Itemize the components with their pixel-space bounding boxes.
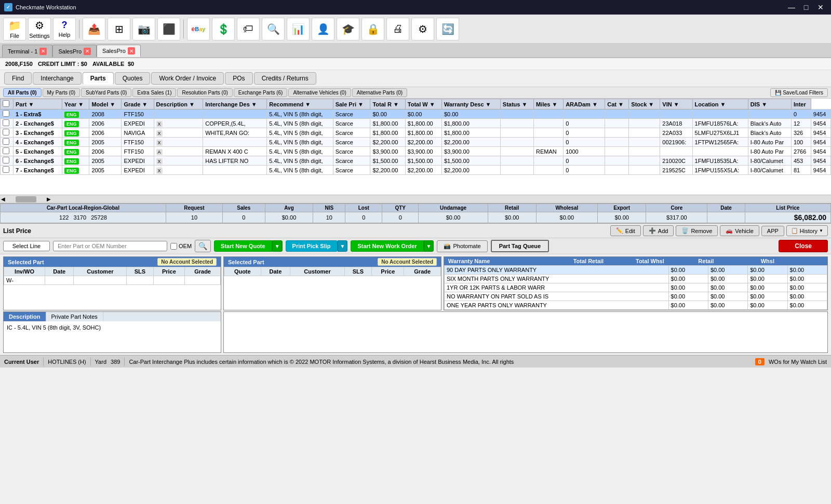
- start-new-quote-dropdown[interactable]: ▼: [272, 240, 283, 252]
- parts-table-container[interactable]: Part ▼ Year ▼ Model ▼ Grade ▼ Descriptio…: [0, 99, 831, 195]
- print-pick-slip-button[interactable]: Print Pick Slip: [286, 240, 338, 252]
- tab-salespro-2[interactable]: SalesPro ✕: [97, 45, 141, 57]
- close-button-main[interactable]: Close: [779, 240, 828, 252]
- terminal-button[interactable]: ⬛: [157, 18, 180, 40]
- maximize-button[interactable]: □: [800, 2, 812, 12]
- col-year[interactable]: Year ▼: [62, 99, 89, 110]
- cell-checkbox[interactable]: [1, 166, 14, 175]
- table-row[interactable]: 1 - Extra$ ENG 2008 FTF150 5.4L, VIN 5 (…: [1, 110, 831, 119]
- tab-terminal-close[interactable]: ✕: [39, 48, 47, 55]
- help-button[interactable]: ? Help: [53, 18, 76, 40]
- col-grade[interactable]: Grade ▼: [122, 99, 154, 110]
- sub-tab-subyard[interactable]: SubYard Parts (0): [81, 88, 131, 97]
- col-stock[interactable]: Stock ▼: [629, 99, 660, 110]
- search-button[interactable]: 🔍: [262, 18, 285, 40]
- table-row[interactable]: 7 - Exchange$ ENG 2005 EXPEDI X 5.4L, VI…: [1, 166, 831, 175]
- remove-button[interactable]: 🗑️ Remove: [676, 225, 718, 236]
- table-row[interactable]: 2 - Exchange$ ENG 2006 EXPEDI X COPPER,(…: [1, 119, 831, 128]
- col-interchange-des[interactable]: Interchange Des ▼: [203, 99, 267, 110]
- edit-button[interactable]: ✏️ Edit: [610, 225, 641, 236]
- cell-checkbox[interactable]: [1, 138, 14, 147]
- print-button[interactable]: 🖨: [386, 18, 409, 40]
- col-aradam[interactable]: ARADam ▼: [564, 99, 605, 110]
- col-model[interactable]: Model ▼: [89, 99, 122, 110]
- person-button[interactable]: 👤: [312, 18, 334, 40]
- add-button[interactable]: ➕ Add: [643, 225, 674, 236]
- nav-workorder[interactable]: Work Order / Invoice: [151, 72, 224, 85]
- nav-interchange[interactable]: Interchange: [33, 72, 81, 85]
- cell-checkbox[interactable]: [1, 110, 14, 119]
- tab-terminal[interactable]: Terminal - 1 ✕: [2, 45, 52, 57]
- col-cat[interactable]: Cat ▼: [605, 99, 629, 110]
- col-inter[interactable]: Inter: [791, 99, 811, 110]
- select-all-checkbox[interactable]: [3, 100, 9, 107]
- nav-find[interactable]: Find: [4, 72, 32, 85]
- scroll-left-arrow[interactable]: ◀: [1, 196, 5, 202]
- tab-salespro2-close[interactable]: ✕: [128, 47, 135, 55]
- title-bar-controls[interactable]: — □ ✕: [785, 2, 827, 12]
- app-button[interactable]: APP: [761, 226, 784, 236]
- tag-button[interactable]: 🏷: [237, 18, 260, 40]
- scroll-thumb[interactable]: [16, 196, 36, 202]
- photomate-button[interactable]: 📸 Photomate: [437, 240, 487, 252]
- col-dis[interactable]: DIS ▼: [748, 99, 791, 110]
- table-row[interactable]: 6 - Exchange$ ENG 2005 EXPEDI X HAS LIFT…: [1, 156, 831, 166]
- lock-button[interactable]: 🔒: [361, 18, 384, 40]
- file-button[interactable]: 📁 File: [3, 18, 26, 40]
- ebay-button[interactable]: eBay: [187, 18, 210, 40]
- nav-quotes[interactable]: Quotes: [115, 72, 151, 85]
- col-warrantydesc[interactable]: Warranty Desc ▼: [441, 99, 500, 110]
- col-description[interactable]: Description ▼: [154, 99, 203, 110]
- search-oem-button[interactable]: 🔍: [195, 240, 211, 252]
- col-checkbox[interactable]: [1, 99, 14, 110]
- sub-tab-resolution[interactable]: Resolution Parts (0): [177, 88, 232, 97]
- desc-tab-description[interactable]: Description: [4, 312, 46, 321]
- table-row[interactable]: 4 - Exchange$ ENG 2005 FTF150 X 5.4L, VI…: [1, 138, 831, 147]
- horizontal-scrollbar[interactable]: ◀ ▶: [0, 195, 831, 203]
- start-new-quote-button[interactable]: Start New Quote: [214, 240, 272, 252]
- refresh-button[interactable]: 🔄: [436, 18, 459, 40]
- part-tag-queue-button[interactable]: Part Tag Queue: [491, 240, 549, 252]
- sub-tab-allparts[interactable]: All Parts (0): [3, 88, 42, 97]
- minimize-button[interactable]: —: [785, 2, 798, 12]
- col-vin[interactable]: VIN ▼: [660, 99, 692, 110]
- table-row[interactable]: 3 - Exchange$ ENG 2006 NAVIGA X WHITE,RA…: [1, 128, 831, 138]
- col-status[interactable]: Status ▼: [500, 99, 533, 110]
- col-totalw[interactable]: Total W ▼: [405, 99, 441, 110]
- table-row[interactable]: 5 - Exchange$ ENG 2006 FTF150 A REMAN X …: [1, 147, 831, 156]
- cell-checkbox[interactable]: [1, 156, 14, 166]
- desc-tab-privatenotes[interactable]: Private Part Notes: [46, 312, 103, 321]
- nav-parts[interactable]: Parts: [83, 72, 114, 85]
- chart-button[interactable]: 📊: [287, 18, 310, 40]
- settings-button[interactable]: ⚙ Settings: [28, 18, 51, 40]
- sub-tab-myparts[interactable]: My Parts (0): [43, 88, 80, 97]
- start-new-work-order-button[interactable]: Start New Work Order: [351, 240, 423, 252]
- tab-salespro-1[interactable]: SalesPro ✕: [52, 45, 97, 57]
- sub-tab-extrasales[interactable]: Extra Sales (1): [132, 88, 176, 97]
- sub-tab-altvehicles[interactable]: Alternative Vehicles (0): [288, 88, 351, 97]
- vehicle-button[interactable]: 🚗 Vehicle: [720, 225, 759, 236]
- save-filter-button[interactable]: 💾 Save/Load Filters: [770, 88, 828, 97]
- cell-checkbox[interactable]: [1, 128, 14, 138]
- export-button[interactable]: 📤: [83, 18, 105, 40]
- col-location[interactable]: Location ▼: [692, 99, 748, 110]
- scroll-right-arrow[interactable]: ▶: [47, 196, 51, 202]
- nav-pos[interactable]: POs: [225, 72, 252, 85]
- col-totalr[interactable]: Total R ▼: [370, 99, 405, 110]
- nav-credits[interactable]: Credits / Returns: [254, 72, 316, 85]
- grid-button[interactable]: ⊞: [108, 18, 130, 40]
- sub-tab-altparts[interactable]: Alternative Parts (0): [352, 88, 407, 97]
- start-new-work-order-dropdown[interactable]: ▼: [424, 240, 434, 252]
- print-pick-slip-dropdown[interactable]: ▼: [338, 240, 348, 252]
- part-input[interactable]: [53, 241, 167, 251]
- col-recommend[interactable]: Recommend ▼: [267, 99, 333, 110]
- sub-tab-exchange[interactable]: Exchange Parts (6): [234, 88, 288, 97]
- cell-checkbox[interactable]: [1, 119, 14, 128]
- col-miles[interactable]: Miles ▼: [533, 99, 563, 110]
- photo-button[interactable]: 📷: [132, 18, 155, 40]
- history-button[interactable]: 📋 History ▼: [786, 225, 828, 236]
- close-button[interactable]: ✕: [814, 2, 827, 12]
- tab-salespro1-close[interactable]: ✕: [84, 48, 91, 55]
- graduate-button[interactable]: 🎓: [337, 18, 359, 40]
- col-salepri[interactable]: Sale Pri ▼: [333, 99, 370, 110]
